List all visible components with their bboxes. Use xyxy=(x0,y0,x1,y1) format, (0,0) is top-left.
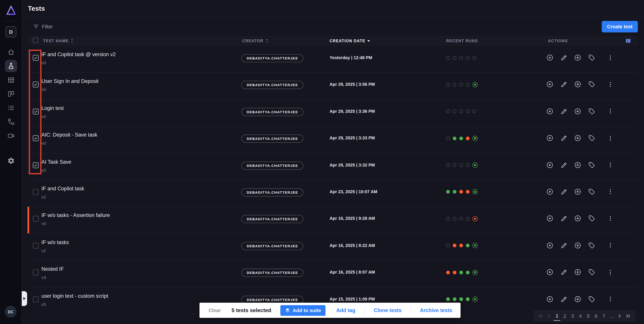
test-name[interactable]: IF w/o tasks xyxy=(42,239,69,246)
edit-test-button[interactable] xyxy=(560,54,567,61)
more-actions-button[interactable] xyxy=(606,215,614,222)
row-checkbox[interactable] xyxy=(33,82,38,87)
test-name[interactable]: Nested IF xyxy=(42,266,64,272)
add-to-suite-row-button[interactable] xyxy=(574,242,581,249)
more-actions-button[interactable] xyxy=(606,135,614,142)
run-test-button[interactable] xyxy=(546,108,554,115)
pagination-first-button[interactable] xyxy=(537,312,544,321)
column-header-test-name[interactable]: TEST NAME xyxy=(43,36,74,46)
add-to-suite-row-button[interactable] xyxy=(574,161,581,168)
add-to-suite-row-button[interactable] xyxy=(574,269,581,276)
edit-test-button[interactable] xyxy=(560,188,567,195)
row-checkbox[interactable] xyxy=(33,243,38,248)
edit-test-button[interactable] xyxy=(560,215,567,222)
tag-test-button[interactable] xyxy=(588,161,595,168)
run-test-button[interactable] xyxy=(546,215,554,222)
run-test-button[interactable] xyxy=(546,242,554,249)
page-number-6[interactable]: 6 xyxy=(593,312,599,321)
page-number-5[interactable]: 5 xyxy=(585,312,592,321)
test-name[interactable]: IF and Copilot task xyxy=(42,186,84,192)
run-test-button[interactable] xyxy=(546,161,554,168)
page-number-3[interactable]: 3 xyxy=(569,312,576,321)
add-to-suite-row-button[interactable] xyxy=(574,296,581,303)
more-actions-button[interactable] xyxy=(606,54,614,61)
edit-test-button[interactable] xyxy=(560,81,567,88)
more-actions-button[interactable] xyxy=(606,161,614,168)
run-test-button[interactable] xyxy=(546,296,554,303)
more-actions-button[interactable] xyxy=(606,296,614,303)
more-actions-button[interactable] xyxy=(606,242,614,249)
tag-test-button[interactable] xyxy=(588,54,595,61)
page-number-7[interactable]: 7 xyxy=(600,312,607,321)
tag-test-button[interactable] xyxy=(588,296,595,303)
row-checkbox[interactable] xyxy=(33,189,38,195)
test-name[interactable]: Login test xyxy=(42,105,64,112)
row-checkbox[interactable] xyxy=(33,135,38,141)
test-name[interactable]: IF w/o tasks - Assertion failure xyxy=(42,213,110,219)
sidebar-item-recordings-icon[interactable] xyxy=(5,130,17,142)
edit-test-button[interactable] xyxy=(560,108,567,115)
run-test-button[interactable] xyxy=(546,81,554,88)
test-name[interactable]: IF and Copilot task @ version v2 xyxy=(42,52,116,58)
add-to-suite-row-button[interactable] xyxy=(574,135,581,142)
sidebar-expand-handle[interactable] xyxy=(22,291,27,306)
edit-test-button[interactable] xyxy=(560,296,567,303)
test-name[interactable]: user login text - custom script xyxy=(42,293,108,299)
run-test-button[interactable] xyxy=(546,135,554,142)
tag-test-button[interactable] xyxy=(588,242,595,249)
test-name[interactable]: AI Task Save xyxy=(42,159,71,165)
tag-test-button[interactable] xyxy=(588,188,595,195)
pagination-prev-button[interactable] xyxy=(546,312,552,321)
run-test-button[interactable] xyxy=(546,269,554,276)
tag-test-button[interactable] xyxy=(588,135,595,142)
page-number-1[interactable]: 1 xyxy=(554,312,560,321)
pagination-next-button[interactable] xyxy=(616,312,623,321)
row-checkbox[interactable] xyxy=(33,216,38,222)
test-name[interactable]: AIC: Deposit - Save task xyxy=(42,132,97,138)
more-actions-button[interactable] xyxy=(606,108,614,115)
sidebar-item-runs-list-icon[interactable] xyxy=(5,102,17,114)
user-avatar[interactable]: DC xyxy=(5,306,16,318)
filter-button[interactable]: Filter xyxy=(33,23,53,30)
more-actions-button[interactable] xyxy=(606,269,614,276)
column-header-creation-date[interactable]: CREATION DATE xyxy=(330,36,370,46)
more-actions-button[interactable] xyxy=(606,81,614,88)
row-checkbox[interactable] xyxy=(33,109,38,114)
sidebar-item-suites-icon[interactable] xyxy=(5,88,17,100)
clear-selection-button[interactable]: Clear xyxy=(208,308,221,313)
app-logo-icon[interactable] xyxy=(4,4,17,16)
settings-icon[interactable] xyxy=(5,155,17,167)
run-test-button[interactable] xyxy=(546,188,554,195)
column-settings-icon[interactable] xyxy=(625,38,632,44)
select-all-checkbox[interactable] xyxy=(33,38,38,43)
edit-test-button[interactable] xyxy=(560,135,567,142)
tag-test-button[interactable] xyxy=(588,215,595,222)
more-actions-button[interactable] xyxy=(606,188,614,195)
run-test-button[interactable] xyxy=(546,54,554,61)
add-to-suite-row-button[interactable] xyxy=(574,108,581,115)
page-number-4[interactable]: 4 xyxy=(577,312,584,321)
sidebar-item-tests-icon[interactable] xyxy=(5,60,17,72)
add-tag-button[interactable]: Add tag xyxy=(336,308,356,313)
row-checkbox[interactable] xyxy=(33,162,38,168)
tag-test-button[interactable] xyxy=(588,269,595,276)
clone-tests-button[interactable]: Clone tests xyxy=(374,308,402,313)
edit-test-button[interactable] xyxy=(560,269,567,276)
add-to-suite-row-button[interactable] xyxy=(574,81,581,88)
sidebar-item-flows-icon[interactable] xyxy=(5,116,17,128)
sidebar-item-home-icon[interactable] xyxy=(5,46,17,58)
edit-test-button[interactable] xyxy=(560,242,567,249)
add-to-suite-row-button[interactable] xyxy=(574,54,581,61)
tag-test-button[interactable] xyxy=(588,108,595,115)
row-checkbox[interactable] xyxy=(33,296,38,302)
row-checkbox[interactable] xyxy=(33,55,38,61)
archive-tests-button[interactable]: Archive tests xyxy=(420,308,452,313)
sidebar-item-data-tables-icon[interactable] xyxy=(5,74,17,86)
row-checkbox[interactable] xyxy=(33,270,38,275)
add-to-suite-button[interactable]: Add to suite xyxy=(280,305,326,316)
page-number-2[interactable]: 2 xyxy=(562,312,568,321)
workspace-avatar[interactable]: D xyxy=(5,26,16,37)
create-test-button[interactable]: Create test xyxy=(602,21,638,32)
add-to-suite-row-button[interactable] xyxy=(574,215,581,222)
edit-test-button[interactable] xyxy=(560,161,567,168)
